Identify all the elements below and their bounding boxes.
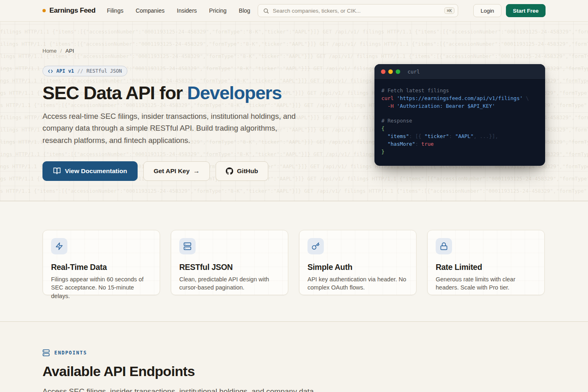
api-version-badge: API v1 // RESTful JSON: [42, 66, 127, 76]
search-icon: [263, 8, 269, 14]
brand-dot-icon: [42, 9, 46, 12]
code-terminal-window: curl # Fetch latest filings curl 'https:…: [374, 64, 545, 166]
maximize-window-icon[interactable]: [396, 69, 400, 74]
book-open-icon: [53, 167, 61, 175]
feature-card-restful: RESTful JSON Clean, predictable API desi…: [171, 230, 288, 295]
github-button[interactable]: GitHub: [216, 161, 268, 181]
endpoints-section: ENDPOINTS Available API Endpoints Access…: [0, 322, 588, 392]
top-navigation: Earnings Feed Filings Companies Insiders…: [0, 0, 588, 22]
github-icon: [226, 167, 233, 175]
search-input[interactable]: [273, 8, 441, 14]
minimize-window-icon[interactable]: [388, 69, 393, 74]
nav-link-insiders[interactable]: Insiders: [177, 7, 197, 14]
search-shortcut-badge: ⌘K: [444, 7, 454, 14]
breadcrumb-separator: /: [60, 48, 62, 54]
server-icon: [179, 238, 196, 254]
code-items-line: "items": [{ "ticker": "AAPL", ...}],: [381, 132, 538, 140]
endpoints-eyebrow-label: ENDPOINTS: [54, 350, 87, 356]
close-window-icon[interactable]: [381, 69, 385, 74]
nav-link-companies[interactable]: Companies: [136, 7, 165, 14]
feature-cards: Real-Time Data Filings appear within 60 …: [42, 230, 546, 295]
code-curl-line: curl 'https://earningsfeed.com/api/v1/fi…: [381, 94, 538, 102]
hero-description: Access real-time SEC filings, insider tr…: [42, 110, 307, 147]
badge-separator: //: [77, 68, 83, 74]
lock-icon: [436, 238, 452, 254]
features-section: Real-Time Data Filings appear within 60 …: [0, 201, 588, 322]
view-documentation-button[interactable]: View Documentation: [42, 161, 138, 181]
arrow-right-icon: →: [193, 167, 200, 175]
search-box[interactable]: ⌘K: [258, 4, 458, 17]
code-brace-close: }: [381, 148, 538, 156]
feature-card-auth: Simple Auth API key authentication via h…: [299, 230, 416, 295]
window-controls: [381, 69, 400, 74]
page-title-accent: Developers: [187, 82, 281, 103]
feature-title: Real-Time Data: [51, 263, 151, 272]
feature-title: RESTful JSON: [179, 263, 280, 272]
code-brackets-icon: [48, 69, 53, 74]
terminal-titlebar: curl: [374, 64, 545, 80]
code-brace-open: {: [381, 125, 538, 132]
nav-link-pricing[interactable]: Pricing: [209, 7, 227, 14]
endpoints-title: Available API Endpoints: [42, 363, 546, 379]
feature-card-realtime: Real-Time Data Filings appear within 60 …: [42, 230, 160, 295]
feature-description: Generous rate limits with clear headers.…: [436, 275, 538, 292]
login-button[interactable]: Login: [473, 4, 501, 17]
code-hasmore-line: "hasMore": true: [381, 140, 538, 148]
github-label: GitHub: [237, 167, 258, 175]
view-documentation-label: View Documentation: [65, 167, 127, 175]
zap-icon: [51, 238, 67, 254]
hero-section: filings HTTP/1.1 {"items":[{"accessionNu…: [0, 22, 588, 201]
get-api-key-label: Get API Key: [154, 167, 189, 175]
feature-card-ratelimit: Rate Limited Generous rate limits with c…: [427, 230, 545, 295]
feature-description: Filings appear within 60 seconds of SEC …: [51, 275, 153, 300]
get-api-key-button[interactable]: Get API Key →: [143, 161, 210, 181]
endpoints-description: Access SEC filings, insider transactions…: [42, 385, 324, 392]
feature-description: API key authentication via header. No co…: [307, 275, 410, 292]
badge-version: API v1: [56, 68, 74, 74]
terminal-code: # Fetch latest filings curl 'https://ear…: [374, 80, 545, 163]
breadcrumb-home-link[interactable]: Home: [42, 48, 57, 54]
terminal-title: curl: [408, 69, 420, 75]
nav-links: Filings Companies Insiders Pricing Blog: [107, 7, 250, 14]
code-comment-fetch: # Fetch latest filings: [381, 87, 538, 94]
page-title-prefix: SEC Data API for: [42, 82, 187, 103]
server-icon: [42, 349, 50, 356]
feature-title: Rate Limited: [436, 263, 536, 272]
feature-title: Simple Auth: [307, 263, 408, 272]
breadcrumb-current: API: [65, 48, 74, 54]
brand-name: Earnings Feed: [49, 7, 96, 15]
start-free-button[interactable]: Start Free: [506, 4, 546, 17]
key-icon: [307, 238, 324, 254]
breadcrumb: Home / API: [42, 48, 546, 54]
feature-description: Clean, predictable API design with curso…: [179, 275, 281, 292]
nav-link-blog[interactable]: Blog: [239, 7, 250, 14]
badge-format: RESTful JSON: [87, 68, 122, 74]
nav-link-filings[interactable]: Filings: [107, 7, 123, 14]
brand-logo[interactable]: Earnings Feed: [42, 7, 96, 15]
code-header-line: -H 'Authorization: Bearer $API_KEY': [381, 102, 538, 110]
code-comment-response: # Response: [381, 117, 538, 125]
endpoints-eyebrow: ENDPOINTS: [42, 349, 546, 356]
